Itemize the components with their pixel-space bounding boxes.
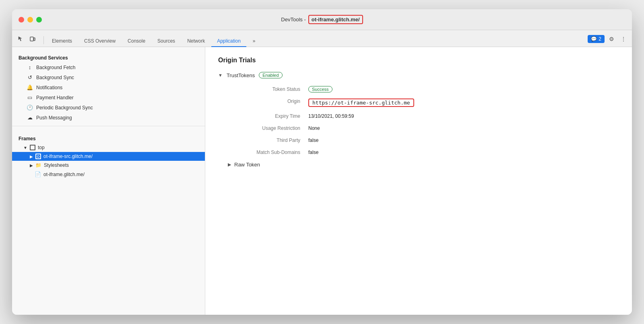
tab-network[interactable]: Network: [182, 36, 211, 47]
titlebar: DevTools - ot-iframe.glitch.me/: [12, 9, 632, 30]
trust-tokens-chevron[interactable]: ▼: [218, 73, 223, 78]
raw-token-chevron[interactable]: ▶: [228, 162, 231, 167]
chevron-down-icon: ▼: [23, 146, 27, 150]
success-badge: Success: [308, 86, 332, 92]
sidebar-item-label: Periodic Background Sync: [36, 105, 93, 111]
origin-label: Origin: [228, 98, 308, 104]
usage-restriction-label: Usage Restriction: [228, 125, 308, 131]
token-status-label: Token Status: [228, 86, 308, 92]
background-fetch-icon: ↕: [27, 64, 33, 70]
background-sync-icon: ↺: [27, 74, 33, 80]
chevron-right-icon: ▶: [30, 163, 33, 168]
inspect-button[interactable]: [15, 34, 26, 44]
third-party-label: Third Party: [228, 137, 308, 143]
payment-handler-icon: ▭: [27, 94, 33, 100]
svg-rect-0: [30, 37, 33, 41]
sidebar-item-background-fetch[interactable]: ↕ Background Fetch: [12, 62, 205, 72]
token-status-row: Token Status Success: [218, 86, 619, 92]
expiry-time-label: Expiry Time: [228, 113, 308, 119]
toolbar-right: 💬 2 ⚙ ⋮: [588, 34, 629, 47]
sidebar-item-label: Background Sync: [36, 75, 74, 80]
raw-token-row[interactable]: ▶ Raw Token: [218, 162, 619, 168]
expiry-time-row: Expiry Time 13/10/2021, 00:59:59: [218, 113, 619, 119]
folder-icon: 📁: [35, 162, 41, 168]
more-menu-button[interactable]: ⋮: [618, 34, 629, 44]
frames-item-ot-iframe-src[interactable]: ▶ ot-iframe-src.glitch.me/: [12, 152, 205, 161]
devtools-label: DevTools -: [281, 16, 305, 23]
frame-icon-inner: [35, 154, 41, 159]
notifications-icon: 🔔: [27, 84, 33, 90]
toolbar: Elements CSS Overview Console Sources Ne…: [12, 30, 632, 47]
frames-item-label: ot-iframe.glitch.me/: [43, 172, 85, 177]
minimize-button[interactable]: [27, 17, 33, 23]
origin-value: https://ot-iframe-src.glitch.me: [308, 98, 414, 107]
settings-button[interactable]: ⚙: [606, 34, 617, 44]
third-party-row: Third Party false: [218, 137, 619, 143]
chat-button[interactable]: 💬 2: [588, 35, 605, 43]
sidebar-item-label: Push Messaging: [36, 115, 72, 121]
sidebar: Background Services ↕ Background Fetch ↺…: [12, 47, 205, 315]
toolbar-icons: [15, 34, 38, 47]
frames-item-label: top: [38, 145, 45, 150]
trust-tokens-header: ▼ TrustTokens Enabled: [218, 72, 619, 78]
content-area: Origin Trials ▼ TrustTokens Enabled Toke…: [205, 47, 632, 315]
sidebar-item-label: Background Fetch: [36, 65, 75, 70]
traffic-lights: [19, 17, 42, 23]
svg-rect-1: [34, 38, 35, 41]
frame-icon: [30, 145, 35, 150]
devtools-window: DevTools - ot-iframe.glitch.me/ Elements…: [12, 9, 632, 315]
background-services-title: Background Services: [12, 52, 205, 62]
origin-row: Origin https://ot-iframe-src.glitch.me: [218, 98, 619, 107]
sidebar-item-push-messaging[interactable]: ☁ Push Messaging: [12, 113, 205, 123]
tab-elements[interactable]: Elements: [46, 36, 78, 47]
sidebar-item-notifications[interactable]: 🔔 Notifications: [12, 82, 205, 92]
device-button[interactable]: [27, 34, 38, 44]
match-sub-domains-row: Match Sub-Domains false: [218, 150, 619, 155]
titlebar-title: DevTools - ot-iframe.glitch.me/: [281, 15, 363, 24]
frames-item-stylesheets[interactable]: ▶ 📁 Stylesheets: [12, 161, 205, 170]
sidebar-item-label: Payment Handler: [36, 95, 74, 100]
frames-title: Frames: [12, 133, 205, 143]
match-sub-domains-label: Match Sub-Domains: [228, 150, 308, 155]
sidebar-item-payment-handler[interactable]: ▭ Payment Handler: [12, 92, 205, 103]
chat-count: 2: [599, 36, 601, 42]
close-button[interactable]: [19, 17, 24, 23]
raw-token-label: Raw Token: [234, 162, 260, 168]
frames-item-ot-iframe[interactable]: 📄 ot-iframe.glitch.me/: [12, 170, 205, 179]
toolbar-divider: [43, 36, 44, 44]
page-title: Origin Trials: [218, 57, 619, 64]
enabled-badge: Enabled: [259, 72, 282, 78]
token-status-value: Success: [308, 86, 332, 92]
chevron-right-icon: ▶: [30, 154, 33, 159]
frames-item-label: ot-iframe-src.glitch.me/: [43, 154, 93, 159]
maximize-button[interactable]: [36, 17, 42, 23]
trust-tokens-label: TrustTokens: [227, 72, 255, 78]
expiry-time-value: 13/10/2021, 00:59:59: [308, 113, 354, 119]
tab-sources[interactable]: Sources: [152, 36, 181, 47]
push-messaging-icon: ☁: [27, 115, 33, 121]
sidebar-divider: [12, 126, 205, 126]
chat-icon: 💬: [591, 36, 597, 42]
sidebar-item-label: Notifications: [36, 85, 62, 90]
tab-application[interactable]: Application: [211, 36, 246, 47]
tab-more[interactable]: »: [247, 36, 261, 47]
frames-item-top[interactable]: ▼ top: [12, 143, 205, 152]
frames-item-label: Stylesheets: [44, 162, 69, 168]
third-party-value: false: [308, 137, 318, 143]
periodic-sync-icon: 🕐: [27, 105, 33, 111]
sidebar-item-periodic-background-sync[interactable]: 🕐 Periodic Background Sync: [12, 103, 205, 113]
tab-css-overview[interactable]: CSS Overview: [78, 36, 121, 47]
document-icon: 📄: [35, 171, 41, 177]
sidebar-item-background-sync[interactable]: ↺ Background Sync: [12, 72, 205, 82]
usage-restriction-row: Usage Restriction None: [218, 125, 619, 131]
main-layout: Background Services ↕ Background Fetch ↺…: [12, 47, 632, 315]
match-sub-domains-value: false: [308, 150, 318, 155]
usage-restriction-value: None: [308, 125, 320, 131]
frames-section: Frames ▼ top ▶ ot-iframe-src.glitch.me/ …: [12, 129, 205, 182]
tab-console[interactable]: Console: [122, 36, 151, 47]
titlebar-url: ot-iframe.glitch.me/: [308, 15, 363, 24]
